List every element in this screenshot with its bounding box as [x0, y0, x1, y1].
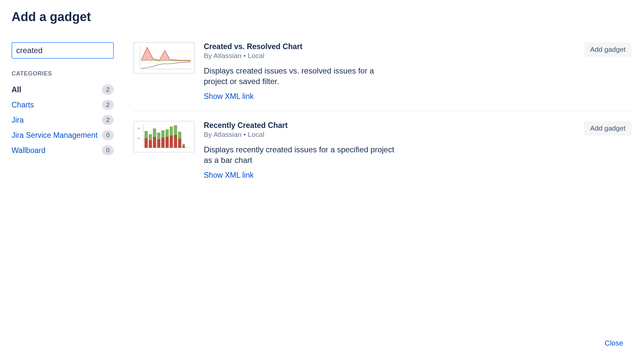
svg-rect-17	[153, 137, 156, 148]
add-gadget-button[interactable]: Add gadget	[584, 121, 631, 136]
gadget-meta: By Atlassian • Local	[204, 131, 575, 138]
svg-rect-26	[174, 125, 177, 135]
categories-heading: CATEGORIES	[12, 70, 114, 77]
svg-rect-19	[157, 139, 160, 148]
svg-rect-13	[144, 138, 148, 148]
category-jira[interactable]: Jira 2	[12, 112, 114, 128]
category-label: Charts	[12, 101, 34, 109]
show-xml-link[interactable]: Show XML link	[204, 171, 254, 179]
svg-rect-16	[153, 128, 156, 136]
svg-rect-25	[170, 136, 173, 148]
category-count-badge: 2	[102, 85, 114, 95]
category-all[interactable]: All 2	[12, 82, 114, 97]
svg-rect-12	[144, 131, 148, 138]
gadget-info: Recently Created Chart By Atlassian • Lo…	[204, 121, 575, 180]
svg-rect-22	[166, 129, 169, 137]
gadget-info: Created vs. Resolved Chart By Atlassian …	[204, 42, 575, 101]
category-count-badge: 0	[102, 130, 114, 140]
category-label: Wallboard	[12, 146, 46, 155]
search-input[interactable]	[12, 42, 114, 59]
category-count-badge: 0	[102, 145, 114, 155]
add-gadget-button[interactable]: Add gadget	[584, 42, 631, 57]
svg-rect-24	[170, 126, 173, 135]
category-count-badge: 2	[102, 115, 114, 125]
svg-rect-28	[178, 132, 181, 139]
bar-chart-icon: 25 15	[134, 121, 194, 152]
line-chart-icon	[134, 43, 194, 73]
gadget-thumbnail: 25 15	[134, 121, 195, 152]
gadget-title: Recently Created Chart	[204, 121, 575, 130]
category-label: Jira Service Management	[12, 131, 98, 140]
svg-rect-18	[157, 133, 160, 139]
category-label: All	[12, 85, 21, 94]
svg-rect-30	[182, 144, 185, 146]
gadget-meta: By Atlassian • Local	[204, 52, 575, 60]
svg-rect-14	[149, 134, 152, 140]
category-jira-service-management[interactable]: Jira Service Management 0	[12, 128, 114, 143]
results-list: Created vs. Resolved Chart By Atlassian …	[134, 42, 631, 199]
gadget-row: 25 15	[134, 121, 631, 190]
category-label: Jira	[12, 116, 24, 125]
svg-rect-27	[174, 135, 177, 148]
svg-rect-23	[166, 137, 169, 148]
gadget-description: Displays created issues vs. resolved iss…	[204, 66, 395, 87]
dialog-title: Add a gadget	[12, 10, 631, 24]
svg-text:15: 15	[138, 137, 140, 139]
svg-rect-21	[161, 137, 165, 148]
svg-rect-15	[149, 140, 152, 148]
sidebar: CATEGORIES All 2 Charts 2 Jira 2 Jira Se…	[12, 42, 114, 199]
category-wallboard[interactable]: Wallboard 0	[12, 143, 114, 158]
gadget-description: Displays recently created issues for a s…	[204, 144, 395, 166]
category-charts[interactable]: Charts 2	[12, 97, 114, 112]
gadget-row: Created vs. Resolved Chart By Atlassian …	[134, 42, 631, 111]
svg-text:25: 25	[138, 127, 140, 130]
svg-rect-20	[161, 130, 165, 137]
svg-rect-31	[182, 146, 185, 148]
svg-rect-29	[178, 139, 181, 148]
gadget-title: Created vs. Resolved Chart	[204, 42, 575, 51]
category-count-badge: 2	[102, 100, 114, 110]
close-button[interactable]: Close	[600, 336, 628, 351]
show-xml-link[interactable]: Show XML link	[204, 92, 254, 101]
gadget-thumbnail	[134, 42, 195, 74]
dialog-content: CATEGORIES All 2 Charts 2 Jira 2 Jira Se…	[12, 42, 631, 199]
